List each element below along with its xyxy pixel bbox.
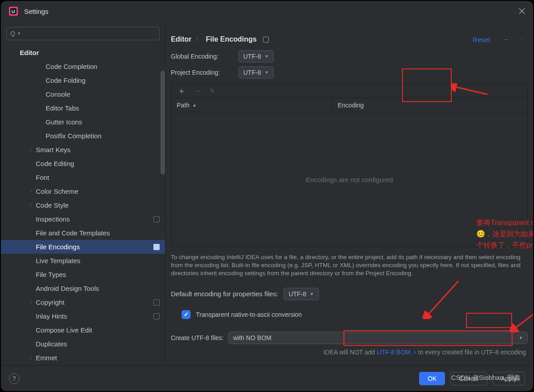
content-panel: Editor 〉 File Encodings Reset ← → Global… bbox=[165, 21, 533, 365]
utf8-bom-link[interactable]: UTF-8 BOM ↗ bbox=[377, 349, 416, 356]
add-icon[interactable]: ＋ bbox=[178, 85, 186, 96]
table-empty-text: Encodings are not configured bbox=[171, 112, 527, 247]
encoding-table: ＋ － ✎ Path▲ Encoding Encodings are not c… bbox=[171, 83, 528, 247]
tree-item-label: File Types bbox=[36, 271, 160, 278]
module-icon bbox=[153, 299, 160, 306]
chevron-right-icon: 〉 bbox=[28, 147, 36, 153]
props-encoding-label: Default encoding for properties files: bbox=[171, 290, 278, 298]
sidebar-item-postfix-completion[interactable]: Postfix Completion bbox=[1, 129, 165, 143]
chevron-right-icon: 〉 bbox=[28, 202, 36, 209]
sidebar-item-gutter-icons[interactable]: Gutter Icons bbox=[1, 115, 165, 129]
sidebar-item-smart-keys[interactable]: 〉Smart Keys bbox=[1, 143, 165, 157]
sidebar-item-file-types[interactable]: File Types bbox=[1, 268, 165, 281]
create-utf8-label: Create UTF-8 files: bbox=[171, 334, 224, 341]
module-icon bbox=[153, 313, 160, 320]
nav-back-icon[interactable]: ← bbox=[504, 36, 510, 43]
sidebar-item-editor-tabs[interactable]: Editor Tabs bbox=[1, 101, 165, 115]
transparent-ascii-checkbox[interactable]: ✓ bbox=[182, 310, 191, 319]
tree-item-label: Editor Tabs bbox=[46, 104, 160, 112]
chevron-down-icon: ▼ bbox=[17, 31, 21, 36]
sidebar: Q ▼ Editor Code CompletionCode FoldingCo… bbox=[1, 21, 165, 365]
tree-section-editor[interactable]: Editor bbox=[1, 46, 165, 60]
breadcrumb-root[interactable]: Editor bbox=[171, 35, 191, 43]
sidebar-item-duplicates[interactable]: Duplicates bbox=[1, 337, 165, 351]
chevron-right-icon: 〉 bbox=[28, 188, 36, 195]
tree-item-label: Console bbox=[46, 90, 160, 98]
tree-item-label: File Encodings bbox=[36, 243, 153, 251]
tree-item-label: Code Completion bbox=[46, 63, 160, 70]
close-icon[interactable] bbox=[519, 8, 525, 14]
sidebar-item-code-editing[interactable]: Code Editing bbox=[1, 157, 165, 170]
sidebar-item-copyright[interactable]: 〉Copyright bbox=[1, 295, 165, 309]
sidebar-item-inspections[interactable]: Inspections bbox=[1, 212, 165, 226]
sidebar-item-code-folding[interactable]: Code Folding bbox=[1, 73, 165, 87]
tree-item-label: Copyright bbox=[36, 298, 153, 306]
app-icon: IJ bbox=[9, 7, 18, 16]
tree-item-label: Inlay Hints bbox=[36, 312, 153, 320]
sidebar-item-emmet[interactable]: 〉Emmet bbox=[1, 351, 165, 365]
breadcrumb-leaf: File Encodings bbox=[206, 35, 269, 43]
chevron-right-icon: 〉 bbox=[28, 299, 36, 306]
sidebar-item-file-encodings[interactable]: File Encodings bbox=[1, 240, 165, 254]
titlebar: IJ Settings bbox=[1, 1, 533, 21]
chevron-right-icon: 〉 bbox=[28, 355, 36, 361]
sort-asc-icon: ▲ bbox=[192, 102, 197, 107]
create-utf8-dropdown[interactable]: with NO BOM ▼ bbox=[228, 332, 528, 344]
project-encoding-dropdown[interactable]: UTF-8▼ bbox=[238, 66, 274, 79]
nav-forward-icon: → bbox=[518, 36, 524, 43]
global-encoding-dropdown[interactable]: UTF-8▼ bbox=[238, 50, 274, 63]
edit-icon: ✎ bbox=[210, 87, 215, 94]
col-encoding[interactable]: Encoding bbox=[332, 98, 527, 112]
scrollbar-thumb[interactable] bbox=[161, 71, 165, 175]
search-input[interactable]: Q ▼ bbox=[6, 27, 160, 40]
tree-item-label: Gutter Icons bbox=[46, 118, 160, 126]
svg-text:IJ: IJ bbox=[12, 9, 15, 14]
module-icon bbox=[153, 216, 160, 222]
sidebar-item-inlay-hints[interactable]: Inlay Hints bbox=[1, 309, 165, 323]
apply-button[interactable]: Apply bbox=[492, 372, 525, 385]
help-icon[interactable]: ? bbox=[9, 373, 20, 384]
tree-item-label: Color Scheme bbox=[36, 187, 160, 195]
ok-button[interactable]: OK bbox=[419, 372, 445, 385]
chevron-right-icon: 〉 bbox=[196, 36, 201, 43]
sidebar-item-console[interactable]: Console bbox=[1, 87, 165, 101]
tree-item-label: Code Style bbox=[36, 201, 160, 209]
sidebar-item-android-design-tools[interactable]: Android Design Tools bbox=[1, 281, 165, 295]
transparent-ascii-label[interactable]: Transparent native-to-ascii conversion bbox=[196, 311, 302, 318]
chevron-down-icon: ▼ bbox=[519, 336, 523, 340]
sidebar-item-color-scheme[interactable]: 〉Color Scheme bbox=[1, 184, 165, 198]
sidebar-item-code-completion[interactable]: Code Completion bbox=[1, 60, 165, 73]
reset-link[interactable]: Reset bbox=[473, 36, 490, 43]
settings-tree[interactable]: Editor Code CompletionCode FoldingConsol… bbox=[1, 43, 165, 365]
tree-item-label: File and Code Templates bbox=[36, 229, 160, 237]
chevron-down-icon: ▼ bbox=[265, 54, 269, 59]
external-link-icon: ↗ bbox=[412, 350, 416, 355]
chevron-down-icon: ▼ bbox=[310, 292, 314, 296]
tree-item-label: Code Editing bbox=[36, 160, 160, 167]
sidebar-item-live-templates[interactable]: Live Templates bbox=[1, 254, 165, 268]
sidebar-item-compose-live-edit[interactable]: Compose Live Edit bbox=[1, 323, 165, 337]
bom-note: IDEA will NOT add UTF-8 BOM ↗ to every c… bbox=[171, 349, 528, 356]
annotation-arrow bbox=[510, 279, 533, 332]
tree-item-label: Inspections bbox=[36, 215, 153, 223]
global-encoding-label: Global Encoding: bbox=[171, 53, 238, 60]
col-path[interactable]: Path▲ bbox=[171, 98, 332, 112]
module-icon bbox=[263, 37, 269, 43]
tree-item-label: Postfix Completion bbox=[46, 132, 160, 140]
sidebar-item-file-and-code-templates[interactable]: File and Code Templates bbox=[1, 226, 165, 240]
tree-item-label: Compose Live Edit bbox=[36, 326, 160, 334]
help-text: To change encoding IntelliJ IDEA uses fo… bbox=[171, 253, 528, 278]
cancel-button[interactable]: Cancel bbox=[450, 372, 487, 385]
tree-item-label: Duplicates bbox=[36, 340, 160, 348]
tree-item-label: Code Folding bbox=[46, 77, 160, 84]
window-title: Settings bbox=[24, 8, 48, 15]
chevron-down-icon: ▼ bbox=[265, 70, 269, 75]
project-encoding-label: Project Encoding: bbox=[171, 69, 238, 76]
tree-item-label: Android Design Tools bbox=[36, 285, 160, 292]
module-icon bbox=[153, 244, 160, 250]
props-encoding-dropdown[interactable]: UTF-8▼ bbox=[284, 288, 319, 300]
sidebar-item-font[interactable]: Font bbox=[1, 170, 165, 184]
tree-item-label: Emmet bbox=[36, 354, 160, 362]
sidebar-item-code-style[interactable]: 〉Code Style bbox=[1, 198, 165, 212]
search-icon: Q bbox=[10, 30, 15, 37]
